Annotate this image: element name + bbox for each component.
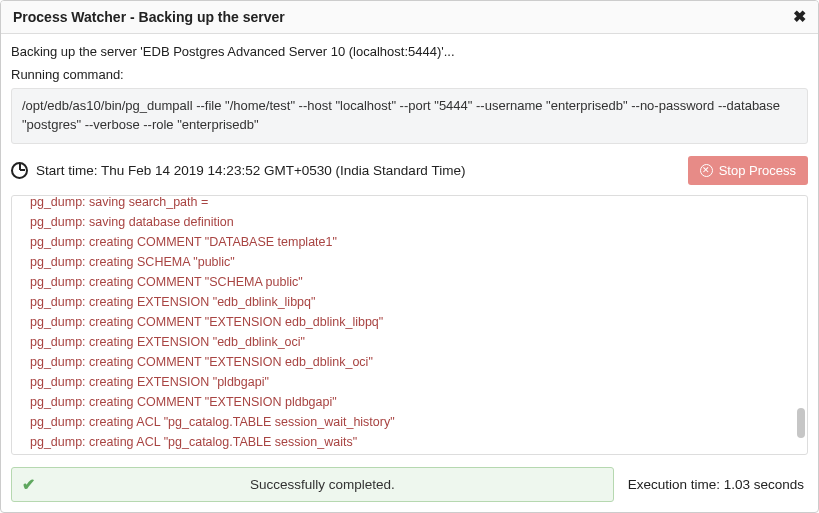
scrollbar-track[interactable] — [797, 200, 805, 450]
start-time-label: Start time: — [36, 163, 98, 178]
content-area: Backing up the server 'EDB Postgres Adva… — [1, 34, 818, 512]
start-time-value: Thu Feb 14 2019 14:23:52 GMT+0530 (India… — [101, 163, 465, 178]
status-text: Successfully completed. — [42, 477, 603, 492]
log-inner[interactable]: pg_dump: saving search_path =pg_dump: sa… — [12, 195, 795, 454]
log-line: pg_dump: creating ACL "pg_catalog.TABLE … — [30, 432, 787, 452]
status-box: ✔ Successfully completed. — [11, 467, 614, 502]
execution-time: Execution time: 1.03 seconds — [628, 477, 808, 492]
window-title: Process Watcher - Backing up the server — [13, 9, 285, 25]
footer-row: ✔ Successfully completed. Execution time… — [11, 459, 808, 502]
log-line: pg_dump: creating EXTENSION "edb_dblink_… — [30, 332, 787, 352]
stop-process-button[interactable]: ✕ Stop Process — [688, 156, 808, 185]
log-line: pg_dump: creating SCHEMA "public" — [30, 252, 787, 272]
command-text: /opt/edb/as10/bin/pg_dumpall --file "/ho… — [11, 88, 808, 144]
exec-time-label: Execution time: — [628, 477, 720, 492]
stop-icon: ✕ — [700, 164, 713, 177]
start-time-text: Start time: Thu Feb 14 2019 14:23:52 GMT… — [36, 163, 680, 178]
log-line: pg_dump: saving search_path = — [30, 195, 787, 212]
backup-description: Backing up the server 'EDB Postgres Adva… — [11, 42, 808, 63]
log-line: pg_dump: creating COMMENT "DATABASE temp… — [30, 232, 787, 252]
clock-icon — [11, 162, 28, 179]
log-line: pg_dump: saving database definition — [30, 212, 787, 232]
running-command-label: Running command: — [11, 67, 808, 84]
log-line: pg_dump: creating COMMENT "EXTENSION edb… — [30, 312, 787, 332]
process-watcher-window: Process Watcher - Backing up the server … — [0, 0, 819, 513]
log-line: pg_dump: creating ACL "pg_catalog.TABLE … — [30, 452, 787, 454]
scrollbar-thumb[interactable] — [797, 408, 805, 438]
log-line: pg_dump: creating COMMENT "EXTENSION pld… — [30, 392, 787, 412]
time-row: Start time: Thu Feb 14 2019 14:23:52 GMT… — [11, 148, 808, 189]
title-bar: Process Watcher - Backing up the server … — [1, 1, 818, 34]
log-output-box: pg_dump: saving search_path =pg_dump: sa… — [11, 195, 808, 455]
exec-time-value: 1.03 seconds — [724, 477, 804, 492]
log-line: pg_dump: creating ACL "pg_catalog.TABLE … — [30, 412, 787, 432]
log-line: pg_dump: creating COMMENT "EXTENSION edb… — [30, 352, 787, 372]
check-icon: ✔ — [22, 475, 42, 494]
log-line: pg_dump: creating COMMENT "SCHEMA public… — [30, 272, 787, 292]
close-icon[interactable]: ✖ — [793, 9, 806, 25]
stop-button-label: Stop Process — [719, 163, 796, 178]
log-line: pg_dump: creating EXTENSION "edb_dblink_… — [30, 292, 787, 312]
log-line: pg_dump: creating EXTENSION "pldbgapi" — [30, 372, 787, 392]
